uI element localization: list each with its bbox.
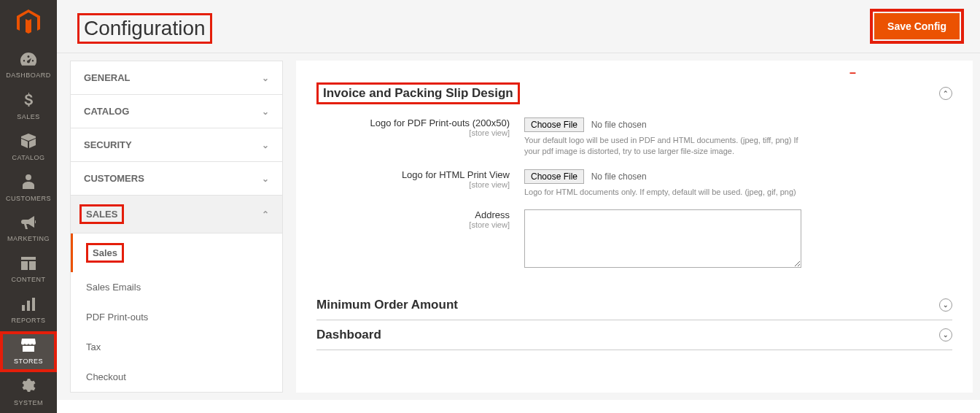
config-sub-label: Sales [86,243,124,263]
field-logo-html: Logo for HTML Print View [store view] Ch… [316,163,952,204]
nav-label: DASHBOARD [6,72,51,79]
chevron-down-icon: ⌄ [262,174,269,184]
fieldset-invoice-design-title[interactable]: Invoice and Packing Slip Design ⌃ [316,75,952,112]
magento-logo[interactable] [0,0,57,45]
nav-catalog[interactable]: CATALOG [0,127,57,168]
chevron-down-icon: ⌄ [262,140,269,150]
nav-customers[interactable]: CUSTOMERS [0,168,57,209]
gear-icon [21,379,36,397]
nav-label: CUSTOMERS [6,195,51,202]
field-label: Logo for HTML Print View [store view] [316,169,524,198]
nav-label: SYSTEM [14,399,43,400]
config-section-label: GENERAL [84,72,131,83]
config-section-label: CATALOG [84,106,129,117]
nav-label: STORES [14,358,43,365]
chevron-up-icon: ⌃ [262,209,269,220]
nav-system[interactable]: SYSTEM [0,372,57,400]
config-section-label: CUSTOMERS [84,173,144,184]
collapse-icon: ⌃ [939,87,952,100]
nav-dashboard[interactable]: DASHBOARD [0,45,57,86]
field-label: Address [store view] [316,209,524,270]
config-subsection-sales: Sales Sales Emails PDF Print-outs Tax Ch… [70,233,283,393]
field-label-text: Logo for PDF Print-outs (200x50) [370,117,510,128]
file-status: No file chosen [591,171,647,182]
config-sub-tax[interactable]: Tax [71,332,282,362]
config-sub-label: PDF Print-outs [86,312,148,323]
page-title: Configuration [77,13,212,44]
config-sub-pdf-printouts[interactable]: PDF Print-outs [71,302,282,332]
config-section-catalog[interactable]: CATALOG ⌄ [70,95,283,128]
field-label-text: Address [475,209,510,220]
file-status: No file chosen [591,120,647,130]
field-value: Choose File No file chosen Your default … [524,117,952,158]
field-logo-pdf: Logo for PDF Print-outs (200x50) [store … [316,112,952,163]
gauge-icon [20,53,36,69]
fieldset-min-order-title[interactable]: Minimum Order Amount ⌄ [316,290,952,320]
admin-nav-sidebar: DASHBOARD SALES CATALOG CUSTOMERS MARKET… [0,0,57,400]
nav-reports[interactable]: REPORTS [0,290,57,331]
fieldset-title-text: Dashboard [316,328,381,342]
config-main-panel: – Invoice and Packing Slip Design ⌃ Logo… [296,61,973,393]
expand-icon: ⌄ [939,298,952,312]
chevron-down-icon: ⌄ [262,107,269,117]
megaphone-icon [21,216,36,233]
chevron-down-icon: ⌄ [262,73,269,83]
config-section-general[interactable]: GENERAL ⌄ [70,61,283,95]
box-icon [21,134,36,152]
config-section-security[interactable]: SECURITY ⌄ [70,128,283,162]
fieldset-title-text: Invoice and Packing Slip Design [316,82,520,104]
config-sub-label: Sales Emails [86,282,141,293]
bar-chart-icon [22,298,35,314]
config-sub-checkout[interactable]: Checkout [71,362,282,392]
address-textarea[interactable] [524,209,801,268]
field-value [524,209,952,270]
nav-stores[interactable]: STORES [0,331,57,372]
nav-label: CATALOG [12,154,44,161]
field-label: Logo for PDF Print-outs (200x50) [store … [316,117,524,158]
fieldset-title-text: Minimum Order Amount [316,298,458,312]
storefront-icon [21,339,36,355]
field-value: Choose File No file chosen Logo for HTML… [524,169,952,198]
field-scope: [store view] [316,180,510,189]
field-note: Logo for HTML documents only. If empty, … [524,187,816,198]
field-address: Address [store view] [316,204,952,276]
nav-marketing[interactable]: MARKETING [0,209,57,250]
dollar-icon [23,93,34,111]
person-icon [23,174,34,193]
fieldset-dashboard-title[interactable]: Dashboard ⌄ [316,320,952,350]
expand-icon: ⌄ [939,328,952,341]
config-section-customers[interactable]: CUSTOMERS ⌄ [70,162,283,196]
nav-label: CONTENT [12,276,46,283]
nav-label: SALES [17,113,40,120]
field-note: Your default logo will be used in PDF an… [524,135,816,158]
config-nav-sidebar: GENERAL ⌄ CATALOG ⌄ SECURITY ⌄ CUSTOMERS… [57,53,283,400]
field-scope: [store view] [316,128,510,137]
config-section-label: SECURITY [84,139,132,150]
nav-label: REPORTS [12,317,46,324]
page-header: Configuration Save Config [57,0,980,53]
config-section-label: SALES [79,204,124,224]
layout-icon [21,257,36,274]
config-section-sales[interactable]: SALES ⌃ [70,196,283,233]
config-sub-label: Checkout [86,371,126,382]
config-sub-sales[interactable]: Sales [71,233,282,272]
choose-file-button[interactable]: Choose File [524,117,584,132]
field-scope: [store view] [316,220,510,229]
nav-content[interactable]: CONTENT [0,250,57,290]
config-sub-sales-emails[interactable]: Sales Emails [71,272,282,302]
save-config-button[interactable]: Save Config [874,13,960,39]
config-sub-label: Tax [86,341,101,352]
nav-sales[interactable]: SALES [0,86,57,127]
nav-label: MARKETING [7,235,50,242]
choose-file-button[interactable]: Choose File [524,169,584,184]
field-label-text: Logo for HTML Print View [402,169,510,180]
red-mark: – [849,66,856,80]
